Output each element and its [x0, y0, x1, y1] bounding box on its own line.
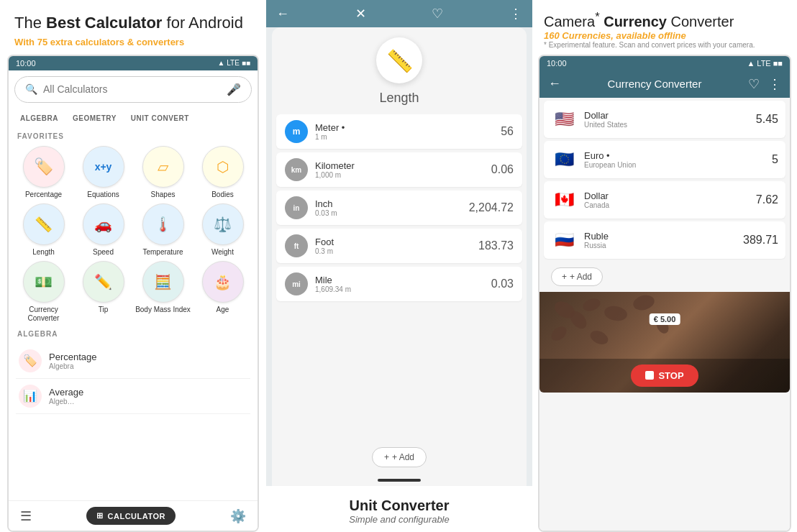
phone3-nav: ← Currency Converter ♡ ⋮	[539, 70, 790, 98]
length-icon: 📏	[23, 203, 65, 245]
search-bar[interactable]: 🔍 🎤	[14, 76, 252, 103]
unit-row-km[interactable]: km Kilometer 1,000 m 0.06	[276, 152, 522, 187]
list-average-icon: 📊	[19, 385, 42, 408]
unit-info-inch: Inch 0.03 m	[315, 198, 463, 217]
phone-screen-2: 📏 Length m Meter • 1 m 56 km Kilometer 1…	[272, 27, 527, 486]
icon-shapes[interactable]: ▱ Shapes	[135, 146, 191, 199]
icon-label-speed: Speed	[93, 248, 114, 257]
close-icon[interactable]: ✕	[355, 6, 366, 22]
currency-country-cad: Canada	[584, 201, 756, 209]
currency-val-rub: 389.71	[743, 234, 778, 247]
section-favorites: FAVORITES	[9, 128, 258, 143]
list-section: 🏷️ Percentage Algebra 📊 Average Algeb…	[9, 341, 258, 417]
unit-name-meter: Meter •	[315, 122, 495, 133]
list-item-average[interactable]: 📊 Average Algeb…	[16, 379, 250, 414]
unit-row-meter[interactable]: m Meter • 1 m 56	[276, 114, 522, 149]
phone-screen-1: 10:00 ▲ LTE ■■ 🔍 🎤 ALGEBRA GEOMETRY UNIT…	[7, 55, 259, 532]
unit-val-mile: 0.03	[491, 278, 514, 290]
age-icon: 🎂	[202, 261, 244, 303]
icon-equations[interactable]: x+y Equations	[76, 146, 131, 199]
hamburger-icon[interactable]: ☰	[20, 508, 32, 524]
icon-speed[interactable]: 🚗 Speed	[76, 203, 131, 257]
tool-icon-large: 📏	[376, 37, 422, 83]
tab-geometry[interactable]: GEOMETRY	[67, 111, 122, 125]
currency-name-cad: Dollar	[584, 191, 756, 201]
list-sub-average: Algeb…	[49, 398, 83, 405]
flag-usd: 🇺🇸	[551, 106, 577, 132]
panel2-top-controls: ← ✕ ♡ ⋮	[266, 0, 532, 27]
currency-info-usd: Dollar United States	[584, 110, 756, 129]
flag-eur: 🇪🇺	[551, 147, 577, 173]
currency-row-usd[interactable]: 🇺🇸 Dollar United States 5.45	[544, 101, 785, 138]
panel1-subtitle: With 75 extra calculators & converters	[14, 37, 252, 47]
add-currency-button[interactable]: + + Add	[551, 267, 603, 286]
currency-country-rub: Russia	[584, 242, 743, 249]
settings-icon[interactable]: ⚙️	[230, 508, 246, 524]
icon-temperature[interactable]: 🌡️ Temperature	[135, 203, 191, 257]
icon-bodies[interactable]: ⬡ Bodies	[195, 146, 250, 199]
flag-rub: 🇷🇺	[551, 227, 577, 253]
tab-algebra[interactable]: ALGEBRA	[14, 111, 64, 125]
wifi-icon: ▲	[217, 59, 224, 67]
unit-row-mile[interactable]: mi Mile 1,609.34 m 0.03	[276, 267, 522, 301]
calc-btn-label: CALCULATOR	[108, 512, 165, 520]
mile-badge: mi	[285, 272, 308, 295]
battery-icon-3: ■■	[773, 59, 783, 68]
icon-age[interactable]: 🎂 Age	[195, 261, 250, 323]
status-icons-1: ▲ LTE ■■	[217, 59, 250, 67]
unit-row-inch[interactable]: in Inch 0.03 m 2,204.72	[276, 191, 522, 225]
camera-overlay: STOP	[539, 359, 790, 393]
icon-label-currency: Currency Converter	[16, 306, 71, 323]
icon-currency[interactable]: 💵 Currency Converter	[16, 261, 71, 323]
unit-list: m Meter • 1 m 56 km Kilometer 1,000 m 0.…	[272, 114, 527, 440]
heart-icon-3[interactable]: ♡	[748, 76, 760, 92]
add-currency-label: + Add	[570, 272, 592, 282]
currency-name-usd: Dollar	[584, 110, 756, 121]
bean-7	[632, 293, 656, 312]
bean-6	[588, 328, 611, 347]
foot-badge: ft	[285, 234, 308, 257]
list-item-percentage[interactable]: 🏷️ Percentage Algebra	[16, 344, 250, 379]
panel3-subtitle: 160 Currencies, available offline	[544, 30, 785, 41]
unit-val-inch: 2,204.72	[469, 201, 514, 214]
tab-unit-convert[interactable]: UNIT CONVERT	[125, 111, 195, 125]
panel-3: Camera* Currency Converter 160 Currencie…	[532, 0, 797, 532]
more-icon-3[interactable]: ⋮	[768, 76, 781, 92]
back-icon-3[interactable]: ←	[548, 76, 561, 91]
phone-screen-3: 10:00 ▲ LTE ■■ ← Currency Converter ♡ ⋮ …	[538, 55, 791, 532]
search-input[interactable]	[43, 83, 221, 95]
heart-icon[interactable]: ♡	[432, 6, 443, 22]
icon-percentage[interactable]: 🏷️ Percentage	[16, 146, 71, 199]
status-icons-3: ▲ LTE ■■	[747, 59, 783, 68]
unit-info-mile: Mile 1,609.34 m	[315, 275, 486, 293]
calculator-button[interactable]: ⊞ CALCULATOR	[86, 507, 176, 525]
camera-section: € 5.00 STOP	[539, 292, 790, 393]
currency-row-eur[interactable]: 🇪🇺 Euro • European Union 5	[544, 141, 785, 178]
bmi-icon: 🧮	[142, 261, 184, 303]
battery-icon: ■■	[242, 59, 250, 67]
add-unit-button[interactable]: + + Add	[372, 447, 427, 467]
more-icon[interactable]: ⋮	[509, 6, 522, 22]
unit-sub-inch: 0.03 m	[315, 209, 463, 217]
icon-weight[interactable]: ⚖️ Weight	[195, 203, 250, 257]
icon-label-tip: Tip	[99, 306, 109, 314]
back-arrow-icon[interactable]: ←	[276, 6, 289, 22]
panel1-header: The Best Calculator for Android With 75 …	[0, 0, 266, 55]
bottom-nav-1: ☰ ⊞ CALCULATOR ⚙️	[9, 500, 258, 531]
subtitle-pre: With	[14, 37, 37, 47]
lte-label: LTE	[227, 59, 240, 67]
currency-row-cad[interactable]: 🇨🇦 Dollar Canada 7.62	[544, 181, 785, 219]
stop-button[interactable]: STOP	[631, 364, 698, 387]
currency-row-rub[interactable]: 🇷🇺 Ruble Russia 389.71	[544, 221, 785, 259]
weight-icon: ⚖️	[202, 203, 244, 245]
icon-tip[interactable]: ✏️ Tip	[76, 261, 131, 323]
icon-bmi[interactable]: 🧮 Body Mass Index	[135, 261, 191, 323]
panel-1: The Best Calculator for Android With 75 …	[0, 0, 266, 532]
unit-sub-meter: 1 m	[315, 133, 495, 141]
title-bold-3: Currency	[600, 14, 667, 29]
percentage-icon: 🏷️	[23, 146, 65, 188]
unit-row-foot[interactable]: ft Foot 0.3 m 183.73	[276, 229, 522, 263]
status-time-1: 10:00	[16, 59, 36, 68]
unit-name-inch: Inch	[315, 198, 463, 209]
icon-length[interactable]: 📏 Length	[16, 203, 71, 257]
